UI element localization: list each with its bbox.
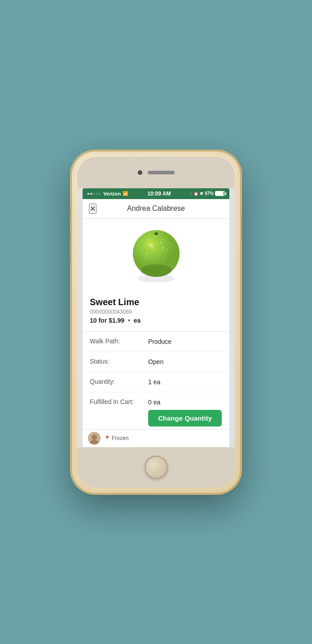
speaker	[148, 171, 175, 174]
price-separator: •	[128, 317, 130, 324]
nav-header: ✕ Andrea Calabrese	[83, 199, 229, 219]
screen: ●●○○○ Verizon 📶 10:09 AM ↑ ⏰ ✱ 97% ✕	[83, 188, 229, 447]
wifi-icon: 📶	[123, 191, 128, 196]
product-price: 10 for $1.99 • ea	[90, 317, 222, 324]
home-button[interactable]	[145, 456, 168, 479]
quantity-value: 1 ea	[148, 378, 160, 386]
fulfilled-value-col: 0 ea Change Quantity	[148, 398, 222, 426]
status-label: Status:	[90, 358, 148, 365]
product-image-area	[83, 219, 229, 291]
fulfilled-value: 0 ea	[148, 399, 160, 406]
phone-bottom	[77, 447, 235, 488]
status-right: ↑ ⏰ ✱ 97%	[190, 191, 225, 196]
svg-point-4	[160, 242, 162, 244]
battery-icon	[215, 191, 225, 196]
phone-device: ●●○○○ Verizon 📶 10:09 AM ↑ ⏰ ✱ 97% ✕	[72, 151, 240, 493]
status-row: Status: Open	[83, 352, 229, 372]
product-info: Sweet Lime 00000000043069 10 for $1.99 •…	[83, 291, 229, 332]
fulfilled-label: Fulfilled In Cart:	[90, 398, 148, 405]
status-value-col: Open	[148, 358, 222, 366]
app-bottom-peek: 📍 Frozen	[83, 429, 229, 447]
peek-location: 📍 Frozen	[104, 435, 128, 441]
product-image	[127, 226, 185, 284]
status-time: 10:09 AM	[147, 191, 171, 197]
peek-avatar	[88, 432, 101, 444]
walk-path-label: Walk Path:	[90, 338, 148, 345]
location-pin-icon: 📍	[104, 435, 110, 441]
quantity-value-col: 1 ea	[148, 378, 222, 386]
svg-point-10	[158, 254, 158, 255]
status-left: ●●○○○ Verizon 📶	[87, 191, 128, 196]
change-quantity-button[interactable]: Change Quantity	[148, 410, 222, 426]
nav-title: Andrea Calabrese	[127, 204, 185, 213]
walk-path-value: Produce	[148, 338, 171, 345]
status-bar: ●●○○○ Verizon 📶 10:09 AM ↑ ⏰ ✱ 97%	[83, 188, 229, 199]
product-name: Sweet Lime	[90, 297, 222, 307]
carrier-label: Verizon	[103, 191, 121, 196]
status-value: Open	[148, 358, 163, 365]
alarm-icon: ⏰	[193, 191, 198, 196]
svg-point-7	[163, 258, 164, 260]
svg-point-6	[145, 256, 147, 258]
fulfilled-row: Fulfilled In Cart: 0 ea Change Quantity	[83, 392, 229, 433]
close-button[interactable]: ✕	[89, 204, 97, 214]
location-arrow-icon: ↑	[190, 191, 192, 196]
svg-point-12	[141, 264, 172, 277]
battery-percent: 97%	[205, 191, 214, 196]
location-label: Frozen	[112, 435, 128, 441]
svg-point-17	[92, 435, 97, 440]
quantity-row: Quantity: 1 ea	[83, 372, 229, 392]
bluetooth-icon: ✱	[200, 191, 203, 196]
phone-inner: ●●○○○ Verizon 📶 10:09 AM ↑ ⏰ ✱ 97% ✕	[77, 157, 235, 488]
price-unit: ea	[134, 317, 141, 324]
svg-point-9	[151, 249, 152, 251]
svg-point-3	[147, 244, 149, 246]
walk-path-row: Walk Path: Produce	[83, 332, 229, 352]
quantity-label: Quantity:	[90, 378, 148, 385]
product-barcode: 00000000043069	[90, 309, 222, 315]
price-value: 10 for $1.99	[90, 317, 124, 324]
walk-path-value-col: Produce	[148, 338, 222, 346]
phone-top-bar	[77, 157, 235, 188]
battery-fill	[215, 191, 224, 195]
camera	[138, 170, 142, 175]
signal-dots: ●●○○○	[87, 191, 101, 196]
svg-point-5	[167, 249, 168, 251]
svg-point-11	[154, 232, 158, 235]
